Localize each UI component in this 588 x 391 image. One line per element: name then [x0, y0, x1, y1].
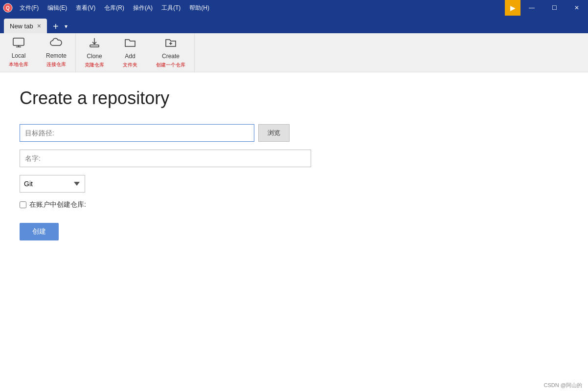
- maximize-button[interactable]: ☐: [543, 0, 565, 16]
- record-button[interactable]: ▶: [505, 0, 520, 16]
- svg-rect-2: [13, 38, 24, 45]
- toolbar: Local 本地仓库 Remote 连接仓库 Clone 克隆仓库 Add 文件…: [0, 33, 588, 72]
- path-row: 浏览: [20, 124, 568, 142]
- toolbar-add-button[interactable]: Add 文件夹: [113, 33, 147, 72]
- monitor-icon: [13, 38, 24, 50]
- page-title: Create a repository: [20, 88, 568, 109]
- bottombar-text: CSDN @阿山的: [544, 382, 582, 389]
- svg-rect-5: [90, 45, 99, 47]
- menu-file[interactable]: 文件(F): [16, 2, 43, 14]
- toolbar-clone-button[interactable]: Clone 克隆仓库: [76, 33, 113, 72]
- bottombar: CSDN @阿山的: [538, 379, 588, 391]
- toolbar-create-cn: 创建一个仓库: [156, 62, 185, 68]
- tabbar: New tab × + ▾: [0, 16, 588, 33]
- clone-icon: [89, 37, 100, 51]
- tab-close-button[interactable]: ×: [37, 22, 41, 29]
- path-input[interactable]: [20, 124, 254, 142]
- toolbar-remote-label: Remote: [46, 52, 67, 59]
- app-logo-icon: Q: [3, 3, 13, 13]
- vcs-select[interactable]: Git Mercurial: [20, 175, 85, 193]
- close-button[interactable]: ✕: [565, 0, 588, 16]
- toolbar-create-button[interactable]: Create 创建一个仓库: [147, 33, 194, 72]
- toolbar-remote-button[interactable]: Remote 连接仓库: [37, 33, 75, 72]
- titlebar: Q 文件(F) 编辑(E) 查看(V) 仓库(R) 操作(A) 工具(T) 帮助…: [0, 0, 588, 16]
- checkbox-label: 在账户中创建仓库:: [29, 200, 86, 209]
- name-group: [20, 150, 568, 167]
- menu-repo[interactable]: 仓库(R): [100, 2, 128, 14]
- toolbar-clone-cn: 克隆仓库: [85, 62, 104, 68]
- create-submit-button[interactable]: 创建: [20, 223, 59, 240]
- toolbar-clone-label: Clone: [87, 53, 102, 60]
- menu-view[interactable]: 查看(V): [72, 2, 99, 14]
- toolbar-add-cn: 文件夹: [123, 62, 137, 68]
- new-tab-button[interactable]: +: [49, 20, 63, 33]
- toolbar-section-clone-add-create: Clone 克隆仓库 Add 文件夹 Create 创建一个仓库: [76, 33, 195, 72]
- vcs-select-wrapper: Git Mercurial: [20, 175, 85, 193]
- cloud-icon: [50, 38, 63, 50]
- main-content: Create a repository 浏览 Git Mercurial 在账户…: [0, 72, 588, 256]
- tab-dropdown-button[interactable]: ▾: [65, 23, 68, 30]
- tab-label: New tab: [10, 22, 33, 30]
- titlebar-right: ▶ — ☐ ✕: [505, 0, 588, 16]
- record-icon: ▶: [510, 4, 516, 12]
- toolbar-remote-cn: 连接仓库: [46, 61, 66, 68]
- svg-text:Q: Q: [6, 5, 10, 11]
- menu-edit[interactable]: 编辑(E): [44, 2, 71, 14]
- account-checkbox[interactable]: [20, 201, 26, 208]
- minimize-button[interactable]: —: [520, 0, 543, 16]
- checkbox-row: 在账户中创建仓库:: [20, 200, 568, 209]
- titlebar-left: Q 文件(F) 编辑(E) 查看(V) 仓库(R) 操作(A) 工具(T) 帮助…: [3, 2, 213, 14]
- toolbar-local-cn: 本地仓库: [9, 61, 28, 68]
- name-input[interactable]: [20, 150, 311, 167]
- toolbar-section-local-remote: Local 本地仓库 Remote 连接仓库: [0, 33, 76, 72]
- menu-tools[interactable]: 工具(T): [158, 2, 184, 14]
- active-tab[interactable]: New tab ×: [4, 19, 47, 33]
- menu-action[interactable]: 操作(A): [129, 2, 157, 14]
- create-icon: [165, 37, 177, 51]
- toolbar-create-label: Create: [162, 53, 180, 60]
- toolbar-add-label: Add: [125, 53, 135, 60]
- titlebar-menu: 文件(F) 编辑(E) 查看(V) 仓库(R) 操作(A) 工具(T) 帮助(H…: [16, 2, 213, 14]
- add-folder-icon: [124, 37, 136, 51]
- toolbar-local-button[interactable]: Local 本地仓库: [0, 33, 37, 72]
- browse-button[interactable]: 浏览: [258, 124, 290, 142]
- toolbar-local-label: Local: [12, 52, 26, 59]
- tab-new-area: + ▾: [49, 20, 68, 33]
- menu-help[interactable]: 帮助(H): [185, 2, 213, 14]
